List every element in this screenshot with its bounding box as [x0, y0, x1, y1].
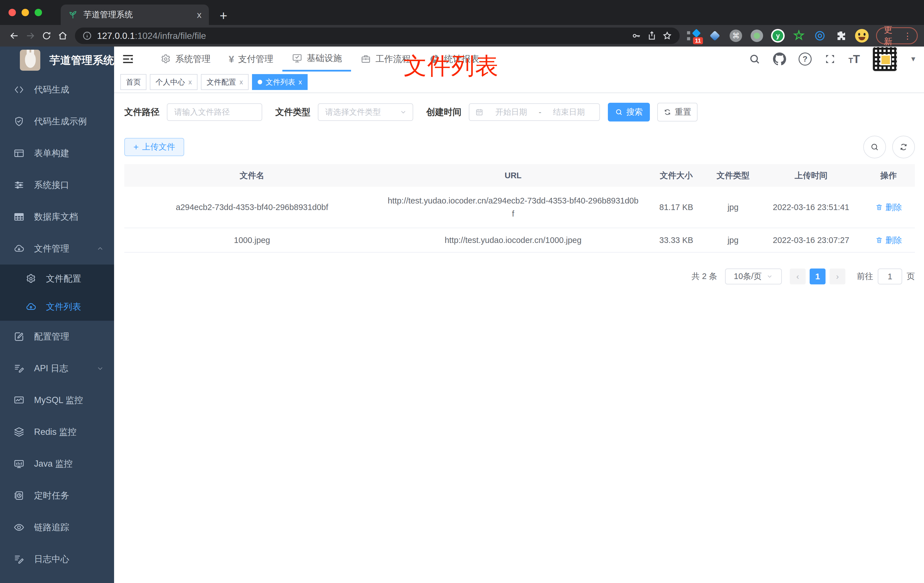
cell-time: 2022-03-16 23:51:41 — [760, 201, 862, 214]
tag-close-icon[interactable]: x — [239, 78, 243, 86]
create-time-label: 创建时间 — [426, 106, 462, 118]
sidebar-menu: 代码生成代码生成示例表单构建系统接口数据库文档文件管理文件配置文件列表配置管理A… — [0, 74, 114, 575]
chevron-down-icon[interactable]: ▼ — [910, 55, 917, 63]
page-size-select[interactable]: 10条/页 — [725, 269, 782, 284]
cell-name: 1000.jpeg — [124, 234, 380, 247]
tag-close-icon[interactable]: x — [188, 78, 192, 86]
logo-avatar — [20, 50, 40, 71]
address-bar[interactable]: 127.0.0.1:1024/infra/file/file — [75, 28, 680, 44]
tag-1[interactable]: 个人中心x — [150, 74, 198, 90]
browser-tab[interactable]: 芋道管理系统 x — [61, 5, 209, 25]
github-icon[interactable] — [773, 53, 786, 66]
sidebar-item-cloud-down[interactable]: 文件管理 — [0, 233, 114, 264]
browser-menu-dots-icon[interactable]: ⋮ — [903, 31, 912, 41]
nav-item-infra[interactable]: 基础设施 — [282, 46, 351, 71]
tag-3[interactable]: 文件列表x — [252, 74, 308, 90]
calendar-icon — [475, 108, 483, 116]
upload-file-button[interactable]: + 上传文件 — [124, 138, 184, 156]
extension-grid-diamond-icon[interactable]: 11 — [687, 29, 701, 43]
extension-puzzle-icon[interactable] — [834, 29, 848, 43]
close-window-button[interactable] — [8, 9, 16, 16]
sidebar-logo-row[interactable]: 芋道管理系统 — [0, 46, 114, 74]
share-icon[interactable] — [647, 31, 657, 41]
password-key-icon[interactable] — [632, 31, 642, 41]
fullscreen-icon[interactable] — [824, 53, 836, 65]
sidebar-item-layers[interactable]: Redis 监控 — [0, 416, 114, 448]
file-path-input[interactable] — [167, 103, 262, 121]
tag-close-icon[interactable]: x — [299, 78, 302, 86]
tags-view-bar: 首页个人中心x文件配置x文件列表x — [114, 71, 924, 93]
collapse-sidebar-icon[interactable] — [114, 46, 141, 71]
sidebar-item-edit-square[interactable]: 配置管理 — [0, 321, 114, 352]
sidebar-item-shield[interactable]: 代码生成示例 — [0, 106, 114, 137]
minimize-window-button[interactable] — [21, 9, 29, 16]
browser-toolbar: 127.0.0.1:1024/infra/file/file 11 ⌘ — [0, 25, 924, 46]
table-toolbar: + 上传文件 — [124, 136, 915, 158]
extension-eye-icon[interactable] — [813, 29, 827, 43]
end-date-placeholder[interactable]: 结束日期 — [544, 107, 594, 117]
sidebar-item-code[interactable]: 代码生成 — [0, 74, 114, 106]
show-search-toggle-button[interactable] — [863, 135, 886, 159]
new-tab-button[interactable]: + — [219, 9, 227, 22]
shield-icon — [13, 115, 26, 128]
bookmark-star-icon[interactable] — [662, 31, 672, 41]
extension-kite-icon[interactable] — [708, 29, 722, 43]
sidebar-item-sliders[interactable]: 系统接口 — [0, 169, 114, 201]
browser-tabstrip: 芋道管理系统 x + — [0, 0, 924, 25]
sidebar-subitem-gear[interactable]: 文件配置 — [0, 264, 114, 292]
extension-dot-icon[interactable] — [750, 29, 764, 43]
column-header: 文件大小 — [647, 169, 706, 182]
nav-item-yen[interactable]: ¥支付管理 — [219, 46, 282, 71]
search-button[interactable]: 搜索 — [608, 103, 650, 122]
reload-icon[interactable] — [39, 27, 55, 44]
sidebar-item-log-edit[interactable]: 日志中心 — [0, 543, 114, 575]
cell-url: http://test.yudao.iocoder.cn/a294ecb2-73… — [380, 194, 647, 220]
extension-command-icon[interactable]: ⌘ — [729, 29, 742, 43]
nav-item-gear[interactable]: 系统管理 — [151, 46, 219, 71]
forward-icon[interactable] — [22, 27, 39, 44]
extension-y-icon[interactable]: y — [771, 29, 785, 43]
browser-update-chip[interactable]: 更新 ⋮ — [876, 27, 918, 44]
search-icon[interactable] — [749, 53, 761, 65]
sidebar-item-form[interactable]: 表单构建 — [0, 137, 114, 169]
extension-emoji-icon[interactable] — [855, 29, 869, 43]
font-size-icon[interactable]: TT — [848, 53, 860, 65]
start-date-placeholder[interactable]: 开始日期 — [487, 107, 536, 117]
sidebar-item-dbtable[interactable]: 数据库文档 — [0, 201, 114, 233]
tag-2[interactable]: 文件配置x — [201, 74, 249, 90]
sidebar-item-chart[interactable]: MySQL 监控 — [0, 384, 114, 416]
file-type-select[interactable]: 请选择文件类型 — [318, 103, 413, 121]
extension-star-icon[interactable] — [792, 29, 806, 43]
form-icon — [13, 147, 26, 160]
sidebar-item-doc-edit[interactable]: API 日志 — [0, 352, 114, 384]
sidebar-item-monitor[interactable]: Java 监控 — [0, 448, 114, 480]
tab-close-icon[interactable]: x — [197, 10, 201, 19]
cell-time: 2022-03-16 23:07:27 — [760, 234, 862, 247]
back-icon[interactable] — [6, 27, 22, 44]
avatar-qr[interactable] — [872, 46, 897, 71]
zoom-window-button[interactable] — [35, 9, 42, 16]
sidebar-submenu: 文件配置文件列表 — [0, 264, 114, 321]
sidebar-item-eye[interactable]: 链路追踪 — [0, 512, 114, 543]
delete-button[interactable]: 删除 — [870, 201, 908, 214]
sidebar: 芋道管理系统 代码生成代码生成示例表单构建系统接口数据库文档文件管理文件配置文件… — [0, 46, 114, 583]
window-controls — [0, 0, 51, 25]
chevron-up-icon — [96, 245, 104, 252]
next-page-button[interactable]: › — [830, 269, 845, 284]
table-body: a294ecb2-73dd-4353-bf40-296b8931d0bfhttp… — [124, 187, 915, 253]
help-icon[interactable]: ? — [799, 53, 812, 66]
goto-page-input[interactable] — [878, 269, 902, 284]
refresh-table-button[interactable] — [892, 135, 915, 159]
reset-button[interactable]: 重置 — [657, 103, 698, 122]
tag-0[interactable]: 首页 — [120, 74, 147, 90]
app-window: 芋道管理系统 代码生成代码生成示例表单构建系统接口数据库文档文件管理文件配置文件… — [0, 46, 924, 583]
page-number-1[interactable]: 1 — [810, 269, 825, 284]
site-info-icon[interactable] — [82, 31, 92, 41]
delete-button[interactable]: 删除 — [870, 234, 908, 247]
sidebar-subitem-cloud-up[interactable]: 文件列表 — [0, 292, 114, 321]
code-icon — [13, 83, 26, 96]
prev-page-button[interactable]: ‹ — [790, 269, 806, 284]
sidebar-item-clock[interactable]: 定时任务 — [0, 480, 114, 512]
home-icon[interactable] — [55, 27, 71, 44]
date-range-input[interactable]: 开始日期 - 结束日期 — [469, 103, 600, 121]
